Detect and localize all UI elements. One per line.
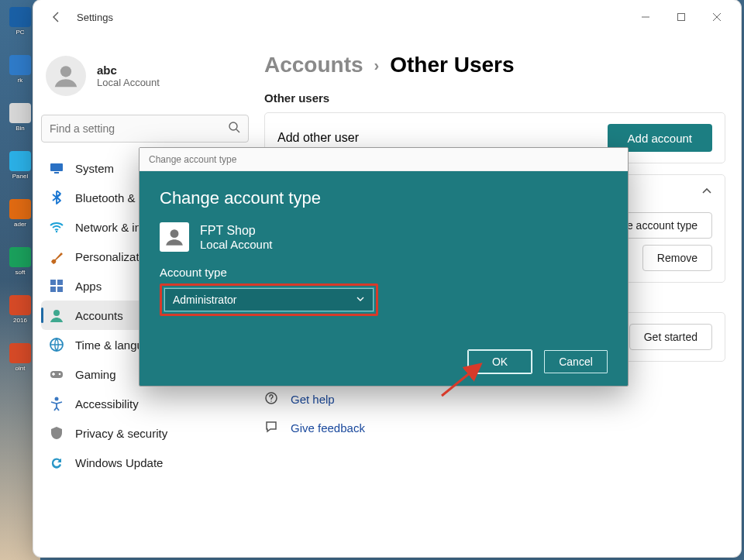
profile-subtitle: Local Account [97,77,160,88]
back-button[interactable] [44,5,69,29]
wifi-icon [49,219,64,235]
help-icon [264,391,280,407]
brush-icon [49,249,64,264]
feedback-icon [264,420,280,436]
shield-icon [49,425,64,441]
desktop-icon[interactable]: oint [7,341,33,372]
update-icon [49,455,64,470]
svg-rect-7 [57,280,63,285]
desktop-icon[interactable]: soft [7,245,33,276]
search-box[interactable] [41,115,249,143]
sidebar-item-label: Gaming [75,368,116,381]
desktop-icon[interactable]: rk [7,53,33,84]
get-started-button[interactable]: Get started [629,324,712,350]
profile-block[interactable]: abc Local Account [41,34,249,110]
sidebar-item-privacy[interactable]: Privacy & security [41,418,249,448]
dialog-user-sub: Local Account [200,238,272,251]
desktop-icon[interactable]: ader [7,197,33,228]
svg-rect-8 [50,287,56,292]
related-links: Get help Give feedback [264,385,725,442]
svg-point-1 [60,66,71,77]
svg-rect-3 [50,163,63,171]
sidebar-item-update[interactable]: Windows Update [41,448,249,477]
highlight-box: Administrator [160,283,378,316]
svg-point-5 [56,231,57,232]
apps-icon [49,278,64,294]
dialog-heading: Change account type [160,188,608,208]
maximize-button[interactable] [663,5,699,29]
accessibility-icon [49,396,64,411]
svg-point-13 [59,373,61,376]
sidebar-item-accessibility[interactable]: Accessibility [41,389,249,418]
search-icon [228,121,240,136]
account-type-select[interactable]: Administrator [164,288,374,311]
search-input[interactable] [50,122,228,135]
avatar [46,56,86,96]
svg-rect-9 [57,287,63,292]
breadcrumb-current: Other Users [390,53,514,77]
feedback-label: Give feedback [291,421,365,435]
title-bar: Settings [33,0,741,34]
section-title: Other users [264,91,725,105]
bluetooth-icon [49,190,64,205]
dialog-window-title: Change account type [149,154,236,165]
sidebar-item-label: Privacy & security [75,427,167,440]
sidebar-item-label: Accessibility [75,397,139,411]
globe-icon [49,337,64,352]
cancel-button[interactable]: Cancel [544,350,608,373]
account-type-value: Administrator [173,294,236,306]
chevron-up-icon[interactable] [701,186,712,200]
dialog-user-name: FPT Shop [200,224,272,238]
close-button[interactable] [699,5,735,29]
minimize-button[interactable] [628,5,663,29]
breadcrumb: Accounts › Other Users [264,53,725,77]
person-icon [49,307,64,323]
svg-rect-0 [678,14,685,21]
sidebar-item-label: Apps [75,280,102,293]
desktop-icon[interactable]: PC [7,5,33,36]
change-account-type-dialog: Change account type Change account type … [139,147,629,387]
help-label: Get help [291,393,335,406]
desktop-icon[interactable]: Bin [7,101,33,132]
svg-point-14 [55,397,59,401]
give-feedback-link[interactable]: Give feedback [264,414,725,442]
svg-point-10 [53,310,60,316]
account-type-label: Account type [160,266,608,279]
dialog-user-block: FPT Shop Local Account [160,222,608,252]
svg-point-16 [170,229,179,238]
add-other-user-label: Add other user [277,131,359,145]
dialog-titlebar: Change account type [140,148,628,171]
display-icon [49,160,64,176]
svg-point-2 [229,122,237,130]
gamepad-icon [49,366,64,382]
app-title: Settings [77,12,113,23]
svg-rect-6 [50,280,56,285]
dialog-avatar-icon [160,222,189,252]
sidebar-item-label: Accounts [75,309,123,322]
sidebar-item-label: System [75,162,114,175]
profile-name: abc [97,64,160,77]
ok-button[interactable]: OK [468,350,532,373]
remove-button[interactable]: Remove [642,245,712,271]
get-help-link[interactable]: Get help [264,385,725,414]
breadcrumb-parent[interactable]: Accounts [264,53,363,77]
desktop-icon[interactable]: Panel [7,149,33,180]
chevron-right-icon: › [374,57,380,74]
desktop-icon[interactable]: 2016 [7,293,33,324]
sidebar-item-label: Windows Update [75,456,163,469]
chevron-down-icon [356,294,365,306]
svg-rect-4 [54,172,59,173]
